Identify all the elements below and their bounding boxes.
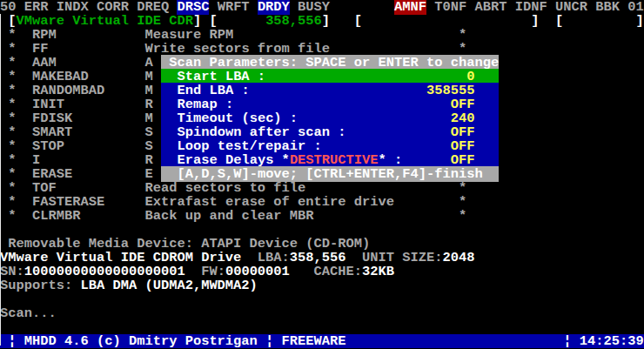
row-dialog-remap: * INIT R Remap : OFF — [0, 97, 644, 111]
row-menu-erase-dialog-footer: * ERASE E [A,D,S,W]-move; [CTRL+ENTER,F4… — [0, 167, 644, 181]
row-menu-clrmbr: * CLRMBR Back up and clear MBR * — [0, 209, 644, 223]
unit-size-value: 2048 — [443, 250, 475, 265]
row-serial-firmware: SN:10000000000000000001 FW:00000001 CACH… — [0, 265, 644, 279]
statusbar-spacer — [346, 333, 564, 349]
menu-item-name: CLRMBR — [32, 208, 80, 224]
row-supports: Supports: LBA DMA (UDMA2,MWDMA2) — [0, 279, 644, 292]
spacer — [314, 208, 459, 224]
row-menu-rpm: * RPM Measure RPM * — [0, 28, 644, 42]
row-drive-model: VMware Virtual IDE CDROM Drive LBA:358,5… — [0, 251, 644, 265]
supports-label: Supports: — [0, 278, 80, 293]
row-blank — [0, 292, 644, 306]
mhdd-terminal-screen: 50 ERR INDX CORR DREQ DRSC WRFT DRDY BUS… — [0, 0, 644, 349]
spacer — [80, 208, 144, 224]
menu-item-desc: Back up and clear MBR — [144, 208, 313, 224]
row-dialog-start-lba: * MAKEBAD M Start LBA : 0 — [0, 70, 644, 84]
row-removable-media: Removable Media Device: ATAPI Device (CD… — [0, 237, 644, 251]
row-menu-aam-dialog-title: * AAM A Scan Parameters: SPACE or ENTER … — [0, 56, 644, 70]
menu-bullet: * — [0, 208, 32, 224]
scan-status-message: Scan... — [0, 305, 57, 321]
cache-value: 32KB — [362, 264, 394, 279]
statusbar-clock: ¦ 14:25:39 — [563, 333, 643, 349]
row-menu-fasterase: * FASTERASE Extrafast erase of entire dr… — [0, 195, 644, 209]
row-statusbar: ¦ MHDD 4.6 (c) Dmitry Postrigan ¦ FREEWA… — [0, 334, 644, 348]
statusbar-app-info: ¦ MHDD 4.6 (c) Dmitry Postrigan ¦ FREEWA… — [0, 333, 346, 349]
menu-item-marker: * — [459, 208, 466, 224]
row-blank — [0, 223, 644, 237]
row-dialog-spindown: * SMART S Spindown after scan : OFF — [0, 125, 644, 139]
row-dialog-erase-delays: * I R Erase Delays *DESTRUCTIVE* : OFF — [0, 153, 644, 167]
row-dialog-loop: * STOP S Loop test/repair : OFF — [0, 139, 644, 153]
row-scan-message: Scan... — [0, 306, 644, 320]
row-blank — [0, 320, 644, 334]
row-menu-ff: * FF Write sectors from file * — [0, 42, 644, 56]
row-status-flags: 50 ERR INDX CORR DREQ DRSC WRFT DRDY BUS… — [0, 0, 644, 14]
supports-value: LBA DMA (UDMA2,MWDMA2) — [80, 278, 257, 293]
row-drive-brackets: [VMware Virtual IDE CDR] [ 358,556] [ ] … — [0, 14, 644, 28]
row-dialog-timeout: * FDISK M Timeout (sec) : 240 — [0, 111, 644, 125]
cache-label: CACHE: — [290, 264, 362, 279]
row-menu-tof: * TOF Read sectors to file * — [0, 181, 644, 195]
row-dialog-end-lba: * RANDOMBAD M End LBA : 358555 — [0, 84, 644, 97]
